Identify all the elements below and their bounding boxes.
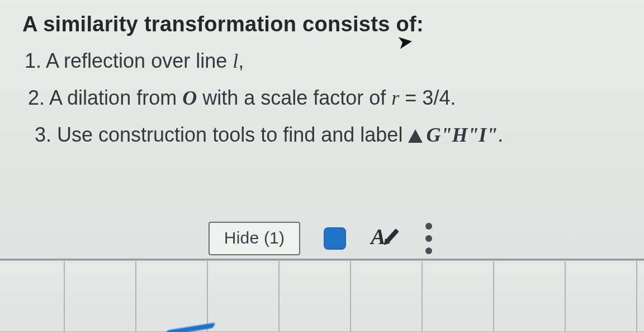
- toolbar: Hide (1) A: [0, 218, 644, 259]
- triangle-icon: [408, 129, 423, 143]
- step-2: 2. A dilation from O with a scale factor…: [22, 83, 627, 113]
- step2-mid: with a scale factor of: [197, 86, 391, 109]
- drawn-stroke: [168, 319, 218, 332]
- step1-suffix: ,: [238, 49, 244, 72]
- step3-prefix: 3. Use construction tools to find and la…: [35, 123, 408, 146]
- step1-text: 1. A reflection over line: [25, 49, 233, 72]
- grid-canvas[interactable]: [0, 259, 644, 332]
- hide-button[interactable]: Hide (1): [209, 222, 300, 255]
- step1-var: l: [233, 50, 238, 72]
- color-swatch[interactable]: [324, 227, 346, 250]
- worksheet-page: A similarity transformation consists of:…: [0, 0, 644, 332]
- more-menu-icon[interactable]: [422, 222, 435, 255]
- step2-center: O: [182, 87, 197, 109]
- step3-triangle-label: G"H"I": [426, 124, 498, 146]
- step3-suffix: .: [498, 123, 503, 146]
- step2-var: r: [391, 87, 399, 109]
- text-annotation-tool[interactable]: A: [370, 226, 399, 251]
- step2-eq: = 3/4.: [399, 86, 456, 109]
- step-3: 3. Use construction tools to find and la…: [22, 120, 627, 149]
- step-1: 1. A reflection over line l,: [22, 46, 627, 76]
- heading: A similarity transformation consists of:: [22, 12, 627, 36]
- step2-prefix: 2. A dilation from: [28, 86, 182, 109]
